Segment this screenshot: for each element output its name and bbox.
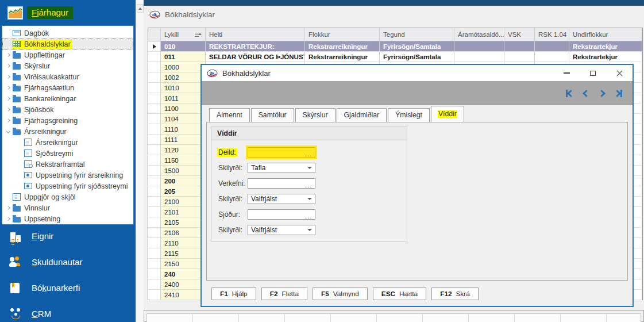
cell-tegund[interactable]: Fyrirsögn/Samtala bbox=[380, 52, 454, 62]
cell-lykill[interactable]: 1150 bbox=[161, 155, 206, 166]
column-header[interactable]: Tegund bbox=[380, 28, 454, 41]
cell-lykill[interactable]: 1002 bbox=[161, 72, 206, 83]
cell-undirflokkur[interactable]: Rekstrartekjur bbox=[569, 52, 642, 62]
module-item[interactable]: Eignir bbox=[0, 223, 136, 249]
row-selector-cell[interactable] bbox=[148, 279, 161, 290]
tree-item[interactable]: Ársreikningur bbox=[2, 126, 133, 137]
cell-rsk[interactable] bbox=[535, 41, 569, 52]
row-selector-cell[interactable] bbox=[148, 124, 161, 135]
tree-expander-icon[interactable] bbox=[5, 64, 12, 67]
column-header[interactable]: RSK 1.04 bbox=[535, 28, 569, 41]
dropdown-arrow-icon[interactable] bbox=[307, 198, 312, 200]
tree-expander-icon[interactable] bbox=[5, 75, 12, 78]
row-selector-cell[interactable] bbox=[148, 83, 161, 93]
tree-expander-icon[interactable] bbox=[5, 130, 12, 133]
row-selector-cell[interactable] bbox=[148, 93, 161, 103]
previous-record-button[interactable] bbox=[584, 91, 589, 96]
cell-heiti[interactable]: REKSTRARTEKJUR: bbox=[206, 41, 305, 52]
dialog-tab[interactable]: Gjaldmiðlar bbox=[337, 108, 387, 122]
dialog-tab[interactable]: Samtölur bbox=[251, 108, 294, 122]
cell-lykill[interactable]: 240 bbox=[161, 269, 206, 279]
dropdown-arrow-icon[interactable] bbox=[307, 229, 312, 231]
dropdown-arrow-icon[interactable] bbox=[307, 167, 312, 169]
maximize-button[interactable] bbox=[580, 65, 606, 81]
cell-lykill[interactable]: 1110 bbox=[161, 124, 206, 135]
field-control[interactable]: ... bbox=[248, 209, 315, 220]
tree-item[interactable]: Rekstrarframtal bbox=[2, 159, 133, 170]
cell-lykill[interactable]: 010 bbox=[161, 41, 206, 52]
minimize-button[interactable] bbox=[553, 65, 580, 81]
row-selector-cell[interactable] bbox=[148, 135, 161, 145]
tree-expander-icon[interactable] bbox=[5, 86, 12, 89]
cell-lykill[interactable]: 2115 bbox=[161, 248, 206, 259]
field-control[interactable]: Tafla ... bbox=[248, 163, 315, 173]
tree-item[interactable]: Dagbók bbox=[2, 28, 133, 39]
cell-lykill[interactable]: 2110 bbox=[161, 238, 206, 248]
tree-item[interactable]: Uppgjör og skjöl bbox=[2, 191, 133, 202]
cell-lykill[interactable]: 2150 bbox=[161, 259, 206, 269]
cell-vsk[interactable] bbox=[504, 52, 535, 62]
tree-item[interactable]: Ársreikningur bbox=[2, 137, 133, 148]
row-selector-cell[interactable] bbox=[148, 186, 161, 197]
close-button[interactable] bbox=[606, 65, 633, 81]
function-key-button[interactable]: F12 Skrá bbox=[431, 288, 479, 300]
field-control[interactable]: ... bbox=[248, 178, 315, 189]
tree-item[interactable]: Bókhaldslyklar bbox=[2, 39, 133, 49]
tree-item[interactable]: Uppsetning fyrir ársreikning bbox=[2, 170, 133, 181]
cell-tegund[interactable]: Fyrirsögn/Samtala bbox=[380, 41, 454, 52]
next-record-button[interactable] bbox=[599, 91, 604, 96]
lookup-ellipsis-icon[interactable]: ... bbox=[305, 152, 312, 156]
dialog-titlebar[interactable]: dk Bókhaldslyklar bbox=[202, 65, 633, 81]
tree-expander-icon[interactable] bbox=[5, 206, 12, 209]
tree-expander-icon[interactable] bbox=[5, 97, 12, 100]
first-record-button[interactable] bbox=[566, 90, 573, 97]
row-selector-cell[interactable] bbox=[148, 62, 161, 72]
sidebar-scrollbar[interactable] bbox=[136, 0, 144, 322]
row-selector-cell[interactable] bbox=[148, 176, 161, 186]
cell-lykill[interactable]: 1000 bbox=[161, 62, 206, 72]
function-key-button[interactable]: F1 Hjálp bbox=[211, 288, 256, 300]
cell-rsk[interactable] bbox=[535, 52, 569, 62]
row-selector-cell[interactable] bbox=[148, 238, 161, 248]
table-row[interactable]: 011 SELDAR VÖRUR OG ÞJÓNUSTA: Rekstrarre… bbox=[148, 52, 642, 62]
row-selector-cell[interactable] bbox=[148, 72, 161, 83]
cell-lykill[interactable]: 011 bbox=[161, 52, 206, 62]
row-selector-cell[interactable] bbox=[148, 228, 161, 238]
column-header[interactable]: Heiti bbox=[206, 28, 305, 41]
cell-lykill[interactable]: 2106 bbox=[161, 228, 206, 238]
tree-item[interactable]: Uppsetning fyrir sjóðsstreymi bbox=[2, 181, 133, 191]
field-control[interactable]: ... bbox=[248, 147, 315, 158]
function-key-button[interactable]: F2 Fletta bbox=[261, 288, 307, 300]
tree-item[interactable]: Bankareikningar bbox=[2, 93, 133, 104]
cell-lykill[interactable]: 1104 bbox=[161, 114, 206, 124]
tree-item[interactable]: Fjárhagsgreining bbox=[2, 115, 133, 126]
cell-lykill[interactable]: 200 bbox=[161, 176, 206, 186]
field-control[interactable]: Valfrjálst ... bbox=[248, 194, 315, 204]
row-selector-cell[interactable] bbox=[148, 259, 161, 269]
last-record-button[interactable] bbox=[615, 90, 622, 97]
tree-item[interactable]: Sjóðstreymi bbox=[2, 148, 133, 159]
dialog-tab[interactable]: Skýrslur bbox=[295, 108, 336, 122]
cell-lykill[interactable]: 1120 bbox=[161, 145, 206, 155]
row-selector-cell[interactable] bbox=[148, 166, 161, 176]
column-header[interactable]: Lykill bbox=[161, 28, 206, 41]
tree-item[interactable]: Skýrslur bbox=[2, 60, 133, 71]
cell-lykill[interactable]: 1011 bbox=[161, 93, 206, 103]
lookup-ellipsis-icon[interactable]: ... bbox=[305, 214, 312, 218]
cell-lykill[interactable]: 2100 bbox=[161, 197, 206, 207]
column-header[interactable]: Undirflokkur bbox=[569, 28, 642, 41]
cell-vsk[interactable] bbox=[504, 41, 535, 52]
row-selector-cell[interactable] bbox=[148, 155, 161, 166]
function-key-button[interactable]: F5 Valmynd bbox=[313, 288, 368, 300]
cell-flokkur[interactable]: Rekstrarreikningur bbox=[305, 52, 380, 62]
dialog-tab[interactable]: Ýmislegt bbox=[388, 108, 430, 122]
cell-aramotasaldo[interactable] bbox=[454, 41, 504, 52]
dialog-tab[interactable]: Víddir bbox=[431, 106, 464, 122]
scrollbar-up-button[interactable] bbox=[137, 4, 144, 13]
cell-lykill[interactable]: 1500 bbox=[161, 166, 206, 176]
row-selector-cell[interactable] bbox=[148, 290, 161, 300]
tree-item[interactable]: Fjárhagsáætlun bbox=[2, 82, 133, 93]
function-key-button[interactable]: ESC Hætta bbox=[373, 288, 426, 300]
row-selector-cell[interactable] bbox=[148, 197, 161, 207]
column-header[interactable]: Áramótasaldó... bbox=[454, 28, 504, 41]
